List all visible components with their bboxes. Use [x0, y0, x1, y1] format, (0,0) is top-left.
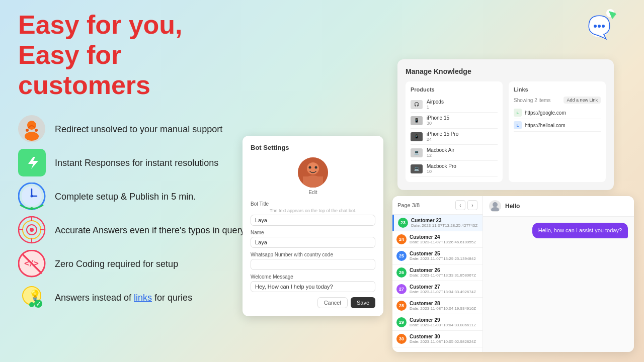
logo-area [584, 9, 616, 43]
customer-name-30: Customer 30 [410, 334, 478, 339]
manage-knowledge-title: Manage Knowledge [406, 67, 606, 75]
setup-icon [18, 183, 46, 210]
next-page-button[interactable]: › [467, 200, 477, 210]
customer-name-29: Customer 29 [410, 317, 478, 323]
link-helloai: L https://helloai.com [514, 119, 601, 132]
macbookpro-name: Macbook Pro [427, 163, 498, 169]
customer-badge-26: 26 [396, 267, 407, 278]
feature-answers-text: Answers instead of links for quries [55, 292, 192, 304]
customer-entry-29[interactable]: 29 Customer 29 Date: 2023-11-08T10:04:33… [392, 314, 482, 331]
feature-accurate-text: Accurate Answers even if there's typos i… [55, 224, 245, 236]
iphone15pro-thumb: 📱 [411, 132, 423, 141]
customer-entry-30[interactable]: 30 Customer 30 Date: 2023-11-08T10:05:02… [392, 331, 482, 347]
customer-name-27: Customer 27 [410, 284, 478, 290]
products-title: Products [411, 86, 498, 93]
iphone15pro-count: 24 [427, 137, 498, 142]
customer-badge-25: 25 [396, 251, 407, 261]
customer-badge-24: 24 [396, 234, 407, 244]
answers-icon: 💡 ✓ [18, 284, 46, 311]
svg-point-42 [491, 207, 499, 211]
customer-entry-24[interactable]: 24 Customer 24 Date: 2023-11-07T13:26:46… [392, 231, 482, 248]
accurate-icon [18, 216, 46, 244]
product-macbookpro: 💻 Macbook Pro 10 [411, 161, 498, 177]
airpods-name: Airpods [427, 99, 498, 105]
svg-point-33 [598, 25, 601, 28]
customer-badge-27: 27 [396, 284, 407, 294]
add-link-button[interactable]: Add a new Link [564, 97, 601, 104]
redirect-icon [18, 115, 46, 143]
svg-point-4 [35, 129, 38, 132]
welcome-label: Welcome Message [251, 274, 375, 280]
bot-title-input[interactable] [251, 215, 375, 226]
link-google: L https://google.com [514, 107, 601, 119]
svg-point-3 [26, 129, 29, 132]
instant-icon [18, 149, 46, 176]
whatsapp-input[interactable] [251, 259, 375, 270]
customer-date-24: Date: 2023-11-07T13:26:46.610955Z [410, 240, 478, 244]
welcome-group: Welcome Message [251, 274, 375, 292]
feature-setup-text: Complete setup & Publish in 5 min. [55, 191, 196, 203]
helloai-favicon: L [514, 121, 522, 129]
links-count: Showing 2 items [514, 98, 550, 103]
features-list: Redirect unsolved to your manual support… [18, 115, 250, 311]
customer-badge-28: 28 [396, 301, 407, 311]
svg-text:</>: </> [24, 258, 39, 268]
links-link[interactable]: links [134, 293, 152, 303]
customer-date-30: Date: 2023-11-08T10:05:02.982824Z [410, 339, 478, 344]
chat-messages: Hello, how can I assist you today? [483, 217, 634, 352]
customer-name-25: Customer 25 [410, 251, 478, 256]
app-logo [584, 9, 616, 41]
feature-nocode-text: Zero Coding required for setup [55, 258, 178, 270]
whatsapp-label: Whatsapp Number with country code [251, 252, 375, 257]
airpods-count: 1 [427, 105, 498, 110]
main-title: Easy for you, Easy for customers [18, 10, 250, 100]
save-button[interactable]: Save [351, 297, 375, 308]
customer-entry-26[interactable]: 26 Customer 26 Date: 2023-11-07T13:33:31… [392, 264, 482, 281]
customer-entry-27[interactable]: 27 Customer 27 Date: 2023-11-07T13:34:33… [392, 281, 482, 298]
iphone15-name: iPhone 15 [427, 115, 498, 121]
name-input[interactable] [251, 237, 375, 248]
prev-page-button[interactable]: ‹ [455, 200, 465, 210]
customer-list-header: Page 3/8 ‹ › [392, 196, 482, 215]
svg-point-2 [25, 132, 39, 141]
customer-list: Page 3/8 ‹ › 23 Customer 23 Date: 2023-1… [392, 196, 483, 352]
bot-avatar[interactable] [298, 157, 328, 188]
customer-chat-wrapper: Page 3/8 ‹ › 23 Customer 23 Date: 2023-1… [392, 196, 634, 352]
customer-entry-25[interactable]: 25 Customer 25 Date: 2023-11-07T13:29:25… [392, 248, 482, 264]
feature-instant: Instant Responses for instant resolution… [18, 149, 250, 176]
bot-title-label: Bot Title [251, 201, 375, 207]
customer-name-23: Customer 23 [411, 218, 478, 223]
customer-date-28: Date: 2023-11-08T10:04:19.934916Z [410, 306, 478, 311]
chat-area: Hello Hello, how can I assist you today? [483, 196, 634, 352]
feature-setup: Complete setup & Publish in 5 min. [18, 183, 250, 210]
svg-text:✓: ✓ [36, 300, 42, 308]
customer-date-23: Date: 2023-11-07T13:28:25.427743Z [411, 223, 478, 228]
svg-point-10 [30, 207, 33, 210]
customer-date-26: Date: 2023-11-07T13:33:31.858067Z [410, 273, 478, 278]
page-nav: ‹ › [455, 200, 477, 210]
customer-entry-23[interactable]: 23 Customer 23 Date: 2023-11-07T13:28:25… [392, 215, 482, 231]
bot-settings-title: Bot Settings [251, 144, 375, 151]
product-airpods: 🎧 Airpods 1 [411, 97, 498, 113]
svg-point-34 [602, 25, 605, 28]
products-column: Products 🎧 Airpods 1 📱 iPhone 15 30 📱 iP… [406, 81, 503, 182]
edit-label: Edit [308, 190, 317, 195]
customer-name-24: Customer 24 [410, 234, 478, 240]
product-iphone15pro: 📱 iPhone 15 Pro 24 [411, 129, 498, 145]
bot-title-group: Bot Title The text appears on the top of… [251, 201, 375, 226]
svg-point-39 [315, 166, 317, 169]
macbookair-count: 12 [427, 153, 498, 158]
feature-answers: 💡 ✓ Answers instead of links for quries [18, 284, 250, 311]
product-iphone15: 📱 iPhone 15 30 [411, 113, 498, 129]
chat-header: Hello [483, 196, 634, 217]
customer-entry-28[interactable]: 28 Customer 28 Date: 2023-11-08T10:04:19… [392, 298, 482, 314]
left-section: Easy for you, Easy for customers Redirec… [18, 10, 250, 311]
page-info: Page 3/8 [397, 202, 420, 208]
welcome-input[interactable] [251, 281, 375, 292]
svg-rect-40 [303, 176, 323, 188]
feature-redirect-text: Redirect unsolved to your manual support [55, 123, 222, 135]
chat-user-name: Hello [505, 203, 520, 210]
svg-point-14 [30, 228, 34, 232]
iphone15-thumb: 📱 [411, 116, 423, 125]
cancel-button[interactable]: Cancel [317, 297, 348, 308]
